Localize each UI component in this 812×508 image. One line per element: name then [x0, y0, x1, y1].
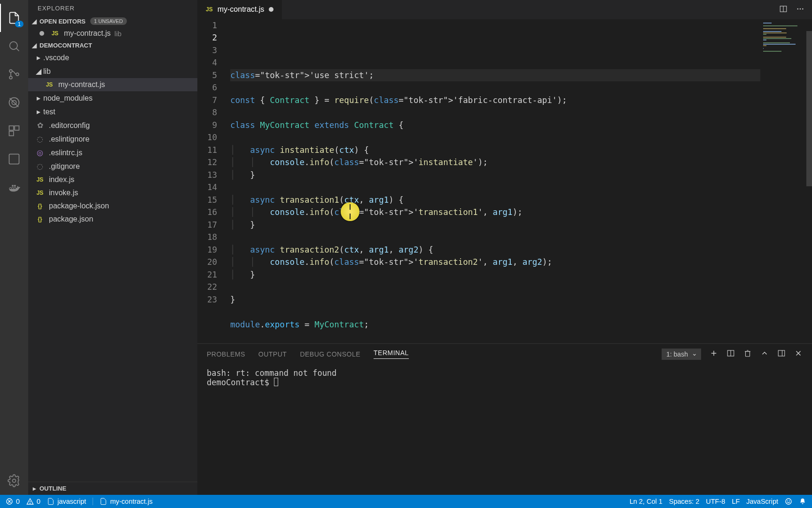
status-errors[interactable]: 0	[6, 498, 20, 505]
svg-point-11	[13, 479, 16, 483]
folder-item[interactable]: ▸.vscode	[28, 51, 197, 64]
js-icon: JS	[36, 176, 44, 183]
tab-filename: my-contract.js	[218, 5, 265, 14]
folder-item[interactable]: ▸test	[28, 105, 197, 119]
panel-tab-terminal[interactable]: TERMINAL	[374, 349, 409, 359]
file-name: .editorconfig	[49, 121, 90, 130]
svg-point-29	[30, 503, 31, 504]
split-terminal-icon[interactable]	[726, 349, 735, 359]
file-item[interactable]: JSmy-contract.js	[28, 78, 197, 91]
panel-tab-problems[interactable]: PROBLEMS	[207, 350, 245, 358]
svg-point-16	[802, 8, 804, 9]
file-name: lib	[43, 67, 51, 76]
open-editors-header[interactable]: ◢ OPEN EDITORS 1 UNSAVED	[28, 16, 197, 27]
editor-tab[interactable]: JS my-contract.js	[197, 0, 282, 19]
svg-point-14	[797, 8, 798, 9]
status-lint[interactable]: javascript	[47, 498, 86, 505]
file-name: .vscode	[43, 54, 69, 62]
file-tree: ▸.vscode◢libJSmy-contract.js▸node_module…	[28, 51, 197, 226]
move-panel-icon[interactable]	[777, 349, 786, 359]
file-name: .eslintrc.js	[49, 149, 82, 157]
code-editor[interactable]: 1234567891011121314151617181920212223 cl…	[197, 19, 812, 343]
sidebar: EXPLORER ◢ OPEN EDITORS 1 UNSAVED JS my-…	[28, 0, 197, 495]
activity-bar: 1	[0, 0, 28, 495]
activity-scm[interactable]	[0, 60, 28, 88]
js-icon: JS	[45, 81, 54, 88]
open-editor-dir: lib	[115, 30, 122, 38]
unsaved-indicator-icon	[269, 7, 273, 12]
file-icon: ◌	[36, 162, 44, 171]
json-icon: {}	[36, 203, 44, 209]
gear-icon: ✿	[36, 121, 44, 130]
file-item[interactable]: ◎.eslintrc.js	[28, 146, 197, 159]
unsaved-dot-icon	[39, 31, 44, 36]
file-name: package-lock.json	[49, 202, 109, 210]
status-bar: 0 0 javascript my-contract.js Ln 2, Col …	[0, 495, 812, 508]
panel-tab-output[interactable]: OUTPUT	[258, 350, 287, 358]
file-name: .gitignore	[49, 162, 80, 171]
file-name: my-contract.js	[58, 80, 105, 89]
close-panel-icon[interactable]	[794, 349, 803, 359]
file-item[interactable]: ◌.eslintignore	[28, 132, 197, 146]
file-name: test	[43, 108, 55, 116]
js-icon: JS	[51, 30, 59, 37]
status-warnings[interactable]: 0	[26, 498, 40, 505]
status-file[interactable]: my-contract.js	[100, 498, 152, 505]
line-gutter: 1234567891011121314151617181920212223	[197, 19, 230, 343]
open-editors-label: OPEN EDITORS	[39, 18, 86, 25]
file-name: .eslintignore	[49, 135, 89, 143]
js-icon: JS	[206, 6, 213, 13]
outline-label: OUTLINE	[39, 485, 66, 492]
status-cursor[interactable]: Ln 2, Col 1	[630, 498, 663, 505]
svg-rect-7	[9, 126, 14, 130]
panel-tab-debug[interactable]: DEBUG CONSOLE	[300, 350, 360, 358]
status-bell-icon[interactable]	[799, 498, 806, 505]
more-actions-icon[interactable]	[796, 5, 804, 15]
outline-header[interactable]: ▸ OUTLINE	[28, 482, 197, 495]
status-feedback-icon[interactable]	[785, 498, 792, 505]
terminal-select[interactable]: 1: bash	[662, 349, 701, 360]
activity-docker[interactable]	[0, 173, 28, 201]
svg-point-15	[800, 8, 801, 9]
file-item[interactable]: {}package-lock.json	[28, 199, 197, 213]
kill-terminal-icon[interactable]	[743, 349, 752, 359]
activity-debug[interactable]	[0, 88, 28, 117]
file-item[interactable]: {}package.json	[28, 213, 197, 226]
sidebar-title: EXPLORER	[28, 0, 197, 16]
status-language[interactable]: JavaScript	[746, 498, 778, 505]
svg-rect-21	[778, 350, 785, 356]
activity-ibm[interactable]	[0, 145, 28, 173]
status-eol[interactable]: LF	[732, 498, 740, 505]
json-icon: {}	[36, 216, 44, 222]
minimap[interactable]	[760, 19, 812, 343]
activity-settings[interactable]	[0, 467, 28, 495]
status-encoding[interactable]: UTF-8	[706, 498, 725, 505]
file-item[interactable]: ✿.editorconfig	[28, 119, 197, 132]
svg-line-1	[16, 48, 19, 51]
folder-item[interactable]: ▸node_modules	[28, 91, 197, 105]
code-content[interactable]: class="tok-str">'use strict'; const { Co…	[230, 19, 812, 343]
file-item[interactable]: JSindex.js	[28, 173, 197, 186]
terminal-body[interactable]: bash: rt: command not found demoContract…	[197, 365, 812, 495]
folder-item[interactable]: ◢lib	[28, 64, 197, 78]
svg-point-3	[9, 76, 12, 79]
svg-point-4	[16, 73, 19, 76]
svg-rect-9	[9, 131, 14, 135]
cursor-highlight-icon	[341, 202, 359, 221]
open-editor-item[interactable]: JS my-contract.js lib	[28, 27, 197, 40]
panel-tabs: PROBLEMS OUTPUT DEBUG CONSOLE TERMINAL 1…	[197, 344, 812, 365]
new-terminal-icon[interactable]	[710, 349, 718, 359]
svg-point-30	[786, 499, 791, 504]
activity-search[interactable]	[0, 32, 28, 60]
maximize-panel-icon[interactable]	[760, 349, 769, 359]
activity-extensions[interactable]	[0, 117, 28, 145]
activity-explorer[interactable]: 1	[0, 4, 28, 32]
project-header[interactable]: ◢ DEMOCONTRACT	[28, 40, 197, 51]
split-editor-icon[interactable]	[779, 5, 788, 15]
file-item[interactable]: JSinvoke.js	[28, 186, 197, 199]
bottom-panel: PROBLEMS OUTPUT DEBUG CONSOLE TERMINAL 1…	[197, 343, 812, 495]
svg-point-0	[10, 42, 17, 49]
status-spaces[interactable]: Spaces: 2	[669, 498, 700, 505]
file-item[interactable]: ◌.gitignore	[28, 159, 197, 173]
target-icon: ◎	[36, 148, 44, 157]
